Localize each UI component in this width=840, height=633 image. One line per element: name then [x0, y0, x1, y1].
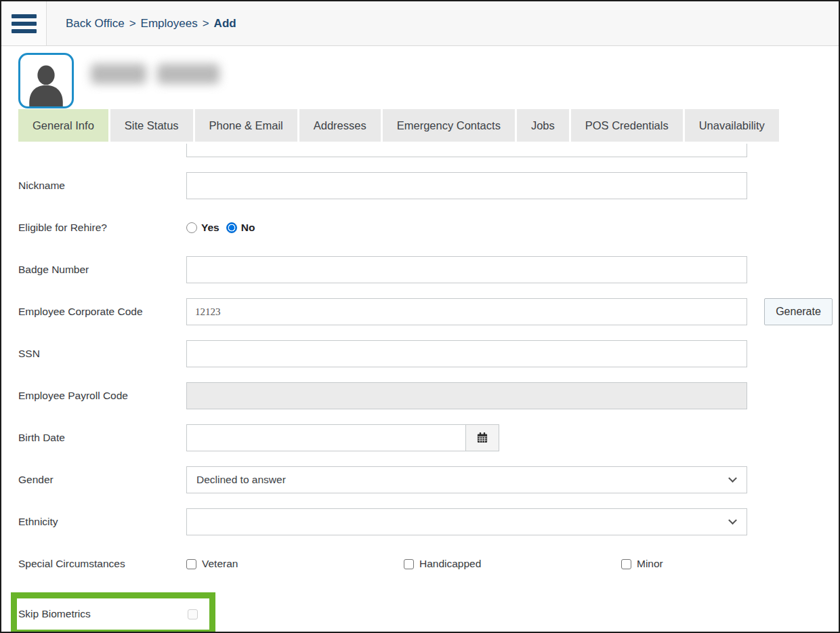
employee-payroll-code-label: Employee Payroll Code: [18, 390, 186, 402]
tab-jobs[interactable]: Jobs: [517, 109, 569, 142]
tab-general-info[interactable]: General Info: [18, 109, 108, 142]
ssn-input[interactable]: [186, 340, 747, 367]
field-row-birth-date: Birth Date: [18, 424, 839, 451]
handicapped-label[interactable]: Handicapped: [419, 558, 481, 570]
hamburger-menu-button[interactable]: [1, 1, 47, 45]
veteran-checkbox[interactable]: [186, 559, 196, 569]
veteran-option: Veteran: [186, 558, 404, 570]
rehire-no-radio[interactable]: [226, 222, 237, 233]
top-bar: Back Office > Employees > Add: [1, 1, 839, 46]
gender-select[interactable]: Declined to answer: [186, 466, 747, 493]
hamburger-menu-icon: [12, 14, 37, 18]
field-row-employee-corporate-code: Employee Corporate Code Generate: [18, 298, 839, 325]
birth-date-label: Birth Date: [18, 432, 186, 444]
minor-option: Minor: [621, 558, 839, 570]
breadcrumb-employees[interactable]: Employees: [141, 17, 198, 30]
field-row-ethnicity: Ethnicity: [18, 508, 839, 535]
field-row-badge-number: Badge Number: [18, 256, 839, 283]
generate-button[interactable]: Generate: [764, 298, 833, 325]
partial-input[interactable]: [186, 144, 747, 157]
minor-checkbox[interactable]: [621, 559, 631, 569]
general-info-form: Nickname Eligible for Rehire? Yes No Bad…: [1, 142, 839, 633]
tab-site-status[interactable]: Site Status: [110, 109, 193, 142]
ethnicity-select[interactable]: [186, 508, 747, 535]
gender-label: Gender: [18, 474, 186, 486]
special-circumstances-label: Special Circumstances: [18, 558, 186, 570]
birth-date-picker-button[interactable]: [465, 424, 499, 451]
breadcrumb-back-office[interactable]: Back Office: [66, 17, 125, 30]
field-row-special-circumstances: Special Circumstances Veteran Handicappe…: [18, 550, 839, 577]
person-icon: [24, 62, 68, 106]
badge-number-label: Badge Number: [18, 264, 186, 276]
tab-addresses[interactable]: Addresses: [299, 109, 381, 142]
veteran-label[interactable]: Veteran: [202, 558, 238, 570]
nickname-label: Nickname: [18, 180, 186, 192]
skip-biometrics-label: Skip Biometrics: [18, 608, 188, 620]
app-window: Back Office > Employees > Add General In…: [0, 0, 840, 633]
employee-name-redacted: [91, 64, 219, 84]
employee-payroll-code-input: [186, 382, 747, 409]
profile-header: [1, 46, 839, 109]
employee-avatar[interactable]: [18, 53, 74, 108]
tab-strip: General Info Site Status Phone & Email A…: [18, 109, 839, 142]
nickname-input[interactable]: [186, 172, 747, 199]
skip-biometrics-highlight: Skip Biometrics: [11, 592, 215, 633]
skip-biometrics-checkbox: [188, 609, 198, 619]
calendar-icon: [476, 431, 489, 445]
rehire-yes-label[interactable]: Yes: [201, 222, 219, 234]
field-row-gender: Gender Declined to answer: [18, 466, 839, 493]
chevron-down-icon: [728, 516, 737, 525]
breadcrumb-separator: >: [203, 17, 209, 30]
tab-unavailability[interactable]: Unavailability: [685, 109, 779, 142]
field-row-nickname: Nickname: [18, 172, 839, 199]
ssn-label: SSN: [18, 348, 186, 360]
field-row-ssn: SSN: [18, 340, 839, 367]
birth-date-input[interactable]: [186, 424, 466, 451]
ethnicity-label: Ethnicity: [18, 516, 186, 528]
eligible-for-rehire-label: Eligible for Rehire?: [18, 222, 186, 234]
minor-label[interactable]: Minor: [637, 558, 663, 570]
tab-pos-credentials[interactable]: POS Credentials: [571, 109, 683, 142]
rehire-yes-radio[interactable]: [186, 222, 197, 233]
badge-number-input[interactable]: [186, 256, 747, 283]
breadcrumb-separator: >: [129, 17, 136, 30]
breadcrumb: Back Office > Employees > Add: [47, 1, 236, 45]
employee-corporate-code-input[interactable]: [186, 298, 747, 325]
gender-selected-value: Declined to answer: [196, 474, 286, 486]
chevron-down-icon: [728, 474, 737, 483]
breadcrumb-current-add: Add: [214, 17, 236, 30]
field-row-partial: [18, 144, 839, 157]
tab-emergency-contacts[interactable]: Emergency Contacts: [383, 109, 515, 142]
handicapped-option: Handicapped: [404, 558, 621, 570]
rehire-no-label[interactable]: No: [241, 222, 255, 234]
rehire-radio-group: Yes No: [186, 222, 261, 234]
employee-corporate-code-label: Employee Corporate Code: [18, 306, 186, 318]
tab-phone-email[interactable]: Phone & Email: [195, 109, 297, 142]
handicapped-checkbox[interactable]: [404, 559, 414, 569]
field-row-employee-payroll-code: Employee Payroll Code: [18, 382, 839, 409]
field-row-eligible-for-rehire: Eligible for Rehire? Yes No: [18, 214, 839, 241]
